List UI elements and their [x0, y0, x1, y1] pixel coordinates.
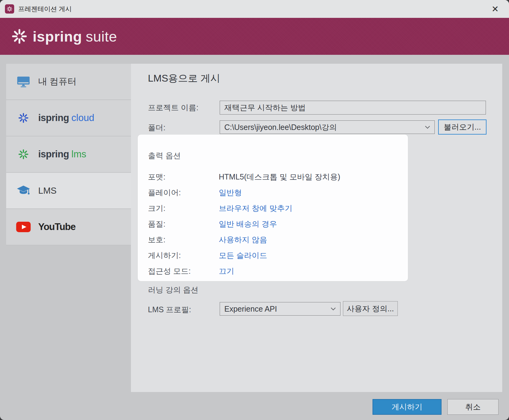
output-options-title: 출력 옵션	[148, 151, 181, 161]
option-value-link[interactable]: 브라우저 창에 맞추기	[219, 203, 292, 213]
option-value-link[interactable]: 일반 배송의 경우	[219, 219, 277, 229]
sidebar-item-label: ispringlms	[38, 149, 86, 160]
spark-icon	[11, 28, 28, 45]
title-bar: 프레젠테이션 게시 ✕	[0, 0, 509, 18]
project-name-input[interactable]	[220, 101, 486, 115]
brand-accent: cloud	[71, 112, 94, 123]
publish-button[interactable]: 게시하기	[373, 399, 442, 415]
graduation-cap-icon	[15, 184, 31, 197]
sidebar-item-lms[interactable]: LMS	[6, 173, 131, 209]
sidebar-item-ispring-cloud[interactable]: ispringcloud	[6, 100, 131, 136]
chevron-down-icon	[425, 126, 430, 129]
page-title: LMS용으로 게시	[148, 72, 220, 85]
lms-profile-value: Experience API	[224, 305, 328, 313]
logo-word-bold: ispring	[33, 28, 82, 45]
spark-icon-cloud	[15, 112, 31, 123]
window-title: 프레젠테이션 게시	[18, 5, 72, 13]
brand-word: ispring	[38, 112, 69, 123]
option-value-link[interactable]: 일반형	[219, 188, 242, 198]
option-label: 포맷:	[148, 172, 219, 182]
option-value: HTML5(데스크톱 및 모바일 장치용)	[219, 172, 340, 182]
folder-path-value: C:\Users\jiyeon.lee\Desktop\강의	[224, 122, 422, 132]
option-label: 플레이어:	[148, 188, 219, 198]
option-value-link[interactable]: 모든 슬라이드	[219, 250, 267, 260]
option-label: 접근성 모드:	[148, 266, 219, 276]
brand-accent: lms	[71, 149, 86, 160]
option-row-protection: 보호: 사용하지 않음	[148, 232, 402, 248]
option-row-player: 플레이어: 일반형	[148, 185, 402, 200]
course-options-title: 러닝 강의 옵션	[148, 285, 198, 295]
publish-dialog: 프레젠테이션 게시 ✕ ispri	[0, 0, 509, 420]
logo-word-light: suite	[86, 28, 117, 45]
output-options-panel: 출력 옵션 포맷: HTML5(데스크톱 및 모바일 장치용) 플레이어: 일반…	[138, 135, 408, 281]
option-row-quality: 품질: 일반 배송의 경우	[148, 216, 402, 232]
chevron-down-icon	[331, 307, 336, 310]
project-name-label: 프로젝트 이름:	[148, 103, 198, 113]
app-spark-icon	[5, 4, 14, 14]
output-options-rows: 포맷: HTML5(데스크톱 및 모바일 장치용) 플레이어: 일반형 크기: …	[148, 169, 402, 279]
brand-word: ispring	[38, 149, 69, 160]
publish-settings-panel: LMS용으로 게시 프로젝트 이름: 폴더: C:\Users\jiyeon.l…	[131, 64, 502, 392]
lms-profile-label: LMS 프로필:	[148, 305, 191, 315]
monitor-icon	[15, 75, 31, 88]
option-row-accessibility: 접근성 모드: 끄기	[148, 263, 402, 279]
sidebar-item-label: YouTube	[38, 221, 75, 232]
youtube-icon	[15, 222, 31, 232]
lms-profile-combobox[interactable]: Experience API	[220, 302, 340, 316]
close-icon[interactable]: ✕	[489, 3, 501, 15]
browse-button[interactable]: 불러오기...	[438, 119, 487, 135]
option-row-size: 크기: 브라우저 창에 맞추기	[148, 200, 402, 216]
folder-label: 폴더:	[148, 123, 165, 133]
option-label: 크기:	[148, 203, 219, 213]
sidebar-item-label: LMS	[38, 186, 57, 196]
sidebar-item-label: 내 컴퓨터	[38, 75, 76, 88]
sidebar-item-my-computer[interactable]: 내 컴퓨터	[6, 64, 131, 100]
customize-button[interactable]: 사용자 정의...	[343, 301, 398, 316]
cancel-button[interactable]: 취소	[447, 399, 499, 415]
option-label: 게시하기:	[148, 250, 219, 260]
option-value-link[interactable]: 끄기	[219, 266, 234, 276]
logo-text: ispringsuite	[33, 28, 117, 45]
sidebar-item-youtube[interactable]: YouTube	[6, 209, 131, 245]
sidebar-item-label: ispringcloud	[38, 112, 94, 123]
option-label: 품질:	[148, 219, 219, 229]
option-label: 보호:	[148, 235, 219, 245]
option-row-publish-range: 게시하기: 모든 슬라이드	[148, 248, 402, 263]
option-row-format: 포맷: HTML5(데스크톱 및 모바일 장치용)	[148, 169, 402, 185]
destination-sidebar: 내 컴퓨터 ispringcloud	[6, 64, 131, 245]
spark-icon-lms	[15, 149, 31, 160]
sidebar-item-ispring-lms[interactable]: ispringlms	[6, 136, 131, 173]
brand-banner: ispringsuite	[0, 18, 509, 55]
option-value-link[interactable]: 사용하지 않음	[219, 235, 267, 245]
ispring-suite-logo: ispringsuite	[11, 28, 117, 45]
folder-combobox[interactable]: C:\Users\jiyeon.lee\Desktop\강의	[220, 120, 435, 134]
